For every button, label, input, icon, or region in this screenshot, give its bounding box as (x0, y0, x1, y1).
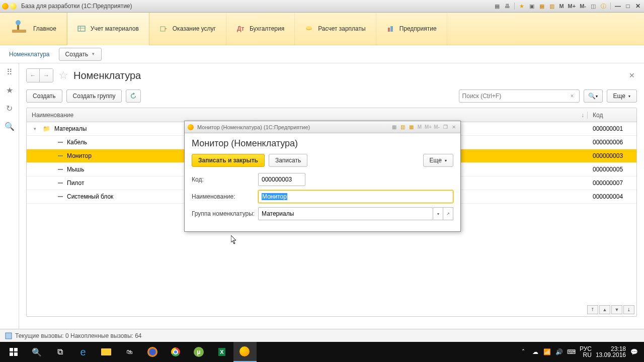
col-code[interactable]: Код (587, 112, 636, 119)
nav-accounting[interactable]: Дт Бухгалтерия (226, 13, 295, 45)
code-field[interactable]: 000000003 (258, 173, 305, 186)
create-group-button[interactable]: Создать группу (66, 89, 122, 103)
save-button[interactable]: Записать (269, 154, 307, 167)
svg-rect-13 (10, 348, 13, 351)
task-view[interactable]: ⧉ (48, 342, 71, 362)
label-code: Код: (192, 176, 255, 183)
tree-toggle-icon[interactable]: ▾ (34, 126, 39, 131)
breadcrumb[interactable]: Номенклатура (9, 51, 50, 58)
forward-button[interactable]: → (40, 69, 53, 82)
dialog-app-icon (188, 124, 194, 130)
tray-network-icon[interactable]: 📶 (543, 348, 551, 356)
m-btn[interactable]: M (558, 3, 565, 9)
search-clear-icon[interactable]: × (569, 93, 576, 100)
nav-main[interactable]: Главное (0, 13, 67, 45)
tray-onedrive-icon[interactable]: ☁ (531, 348, 539, 356)
calendar-icon[interactable]: ▦ (538, 2, 546, 10)
minimize-button[interactable]: — (614, 3, 622, 10)
tray-up-icon[interactable]: ˄ (519, 348, 527, 356)
history-icon[interactable]: ↻ (5, 104, 14, 113)
tb-edge[interactable]: e (71, 342, 95, 362)
tb-tool-1[interactable]: ▦ (493, 2, 501, 10)
tb-chrome[interactable] (164, 342, 187, 362)
left-sidebar: ⠿ ★ ↻ 🔍 (0, 63, 19, 329)
info-icon[interactable]: ⓘ (599, 2, 607, 10)
tray-clock[interactable]: 23:1813.09.2016 (596, 346, 626, 358)
tb-excel[interactable]: X (210, 342, 233, 362)
dialog-titlebar[interactable]: Монитор (Номенклатура) (1С:Предприятие) … (185, 121, 460, 133)
nav-materials-label: Учет материалов (91, 25, 139, 32)
m-minus-btn[interactable]: M- (579, 3, 587, 9)
dialog-close-button[interactable]: ✕ (450, 124, 457, 131)
search-input[interactable] (462, 93, 569, 100)
dialog-restore-button[interactable]: ❐ (442, 124, 449, 131)
tb-firefox[interactable] (141, 342, 164, 362)
svg-rect-11 (390, 26, 393, 32)
svg-rect-6 (160, 27, 165, 31)
dlg-m-plus[interactable]: M+ (425, 124, 432, 131)
nav-services[interactable]: Оказание услуг (149, 13, 226, 45)
tb-store[interactable]: 🛍 (118, 342, 141, 362)
create-button[interactable]: Создать (26, 89, 62, 103)
calc-icon[interactable]: ▥ (548, 2, 556, 10)
start-button[interactable] (2, 342, 25, 362)
dlg-tool-2[interactable]: ▥ (399, 124, 406, 131)
group-field[interactable]: Материалы ▾ ↗ (258, 207, 453, 220)
toolbar: Создать Создать группу × 🔍 ▾ Еще ▾ (26, 89, 637, 103)
sort-indicator[interactable]: ↓ (576, 112, 587, 119)
refresh-button[interactable] (126, 89, 141, 103)
search-icon[interactable]: 🔍 (5, 122, 14, 131)
tb-utorrent[interactable]: µ (187, 342, 210, 362)
statusbar: Текущие вызовы: 0 Накопленные вызовы: 64 (0, 329, 644, 342)
tray-keyboard-icon[interactable]: ⌨ (568, 348, 576, 356)
group-dropdown-button[interactable]: ▾ (433, 207, 443, 220)
back-button[interactable]: ← (27, 69, 40, 82)
tb-explorer[interactable] (95, 342, 118, 362)
folder-icon: 📁 (43, 125, 50, 132)
nav-salary[interactable]: Расчет зарплаты (295, 13, 376, 45)
tb-tool-2[interactable]: 🖶 (503, 2, 511, 10)
dlg-tool-3[interactable]: ▦ (408, 124, 415, 131)
tb-1c[interactable] (233, 342, 257, 362)
search-box[interactable]: × (459, 89, 580, 103)
maximize-button[interactable]: □ (624, 3, 632, 10)
taskbar-search[interactable]: 🔍 (25, 342, 48, 362)
group-open-button[interactable]: ↗ (443, 207, 453, 220)
tray-volume-icon[interactable]: 🔊 (555, 348, 564, 356)
tb-tool-3[interactable]: ▣ (528, 2, 536, 10)
subbar-create-button[interactable]: Создать▼ (59, 48, 102, 61)
apps-icon[interactable]: ⠿ (5, 67, 14, 76)
page-up[interactable]: ▲ (599, 305, 610, 314)
col-name[interactable]: Наименование (27, 112, 576, 119)
m-plus-btn[interactable]: M+ (567, 3, 577, 9)
page-title: Номенклатура (73, 70, 141, 81)
dialog-more-button[interactable]: Еще ▾ (423, 154, 453, 167)
name-field[interactable]: Монитор (258, 190, 453, 203)
dropdown-icon[interactable] (10, 3, 17, 10)
more-button[interactable]: Еще ▾ (607, 89, 637, 103)
dlg-tool-1[interactable]: ▦ (390, 124, 397, 131)
nav-materials[interactable]: Учет материалов (67, 13, 149, 45)
favorites-icon[interactable]: ★ (518, 2, 526, 10)
item-icon (58, 196, 63, 197)
row-name: Пилот (67, 179, 84, 187)
favorite-toggle[interactable]: ☆ (58, 69, 68, 82)
page-first[interactable]: ⤒ (587, 305, 598, 314)
search-button[interactable]: 🔍 ▾ (584, 89, 603, 103)
page-last[interactable]: ⤓ (623, 305, 634, 314)
titlebar-right: ▦ 🖶 ★ ▣ ▦ ▥ M M+ M- ◫ ⓘ — □ ✕ (493, 2, 642, 10)
services-icon (159, 25, 168, 33)
tray-lang[interactable]: РУСRU (580, 346, 592, 358)
panel-icon[interactable]: ◫ (589, 2, 597, 10)
dlg-m-minus[interactable]: M- (433, 124, 440, 131)
tray-notifications-icon[interactable]: 💬 (630, 348, 638, 356)
page-close-button[interactable]: ✕ (627, 69, 637, 81)
dlg-m[interactable]: M (416, 124, 423, 131)
dialog-title: Монитор (Номенклатура) (1С:Предприятие) (197, 124, 310, 130)
close-button[interactable]: ✕ (634, 3, 642, 10)
page-down[interactable]: ▼ (611, 305, 622, 314)
save-close-button[interactable]: Записать и закрыть (192, 154, 265, 167)
nav-company[interactable]: Предприятие (376, 13, 447, 45)
systray: ˄ ☁ 📶 🔊 ⌨ РУСRU 23:1813.09.2016 💬 (519, 346, 642, 358)
star-icon[interactable]: ★ (5, 85, 14, 95)
